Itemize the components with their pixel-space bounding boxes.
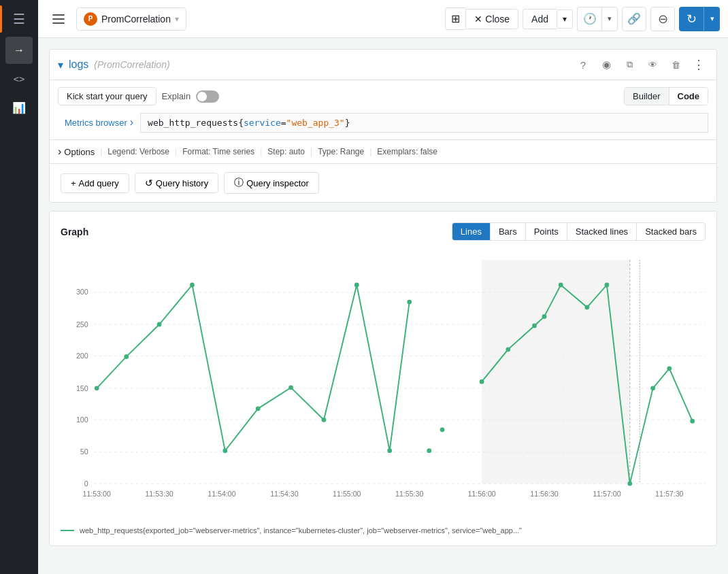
metrics-browser-label: Metrics browser — [65, 118, 127, 128]
svg-rect-0 — [52, 14, 65, 16]
svg-point-47 — [559, 283, 563, 288]
metrics-browser-arrow-icon: › — [130, 116, 133, 129]
svg-point-45 — [532, 324, 537, 328]
query-eq: = — [281, 118, 286, 128]
chart-area: .grid-line { stroke: #e8eaed; stroke-wid… — [61, 249, 706, 521]
inspector-icon: ⓘ — [234, 177, 244, 189]
options-divider-4: | — [310, 147, 312, 156]
svg-text:0: 0 — [84, 479, 88, 488]
sidebar-item-arrow[interactable]: → — [5, 37, 33, 64]
sidebar-item-chart[interactable]: 📊 — [5, 94, 33, 121]
add-query-icon: + — [71, 178, 76, 188]
link-button[interactable]: 🔗 — [622, 7, 646, 31]
refresh-button-group: ↻ ▾ — [679, 7, 720, 31]
more-button[interactable]: ⋮ — [689, 55, 708, 74]
zoom-out-button[interactable]: ⊖ — [650, 7, 675, 31]
eye-button[interactable]: ◉ — [597, 55, 616, 74]
options-divider-2: | — [175, 147, 177, 156]
svg-point-37 — [322, 418, 327, 422]
view-icon: 👁 — [648, 60, 657, 70]
code-tab[interactable]: Code — [669, 88, 708, 105]
svg-point-30 — [95, 386, 99, 390]
add-button[interactable]: Add — [523, 9, 557, 29]
datasource-name: PromCorrelation — [101, 14, 171, 24]
query-suffix: } — [345, 118, 350, 128]
graph-type-lines[interactable]: Lines — [452, 223, 491, 240]
query-inspector-button[interactable]: ⓘ Query inspector — [224, 172, 319, 194]
collapse-icon: ▾ — [58, 59, 63, 71]
options-divider-5: | — [369, 147, 371, 156]
query-display[interactable]: web_http_requests{service="web_app_3"} — [141, 113, 708, 133]
datasource-icon-letter: P — [88, 15, 93, 22]
topbar: P PromCorrelation ▾ ⊞ ✕ Close Add — [38, 0, 728, 38]
exemplars-option: Exemplars: false — [377, 147, 437, 156]
sidebar-toggle-icon[interactable] — [46, 7, 71, 31]
panel-collapse-button[interactable]: ▾ — [58, 58, 63, 71]
time-dropdown-button[interactable]: ▾ — [601, 7, 618, 31]
view-button[interactable]: 👁 — [643, 55, 662, 74]
svg-point-34 — [222, 448, 227, 453]
metrics-browser-button[interactable]: Metrics browser › — [58, 112, 141, 133]
query-inspector-label: Query inspector — [246, 178, 309, 188]
query-attr: service — [244, 118, 281, 128]
help-button[interactable]: ? — [574, 55, 593, 74]
svg-text:11:57:30: 11:57:30 — [655, 490, 683, 498]
svg-rect-2 — [52, 22, 65, 24]
topbar-right: ⊞ ✕ Close Add ▾ 🕐 ▾ — [445, 7, 720, 31]
svg-rect-1 — [52, 18, 65, 20]
svg-text:11:54:00: 11:54:00 — [208, 490, 235, 498]
add-label: Add — [531, 14, 548, 24]
sidebar-item-menu[interactable]: ☰ — [5, 5, 33, 33]
close-label: Close — [485, 14, 510, 24]
query-editor: Kick start your query Explain Builder Co… — [50, 80, 716, 140]
graph-type-stacked-lines[interactable]: Stacked lines — [567, 223, 637, 240]
explain-label: Explain — [162, 91, 191, 101]
code-icon: <> — [14, 73, 25, 84]
refresh-dropdown-icon: ▾ — [710, 14, 714, 23]
options-toggle[interactable]: › Options — [58, 146, 95, 158]
svg-text:200: 200 — [76, 352, 88, 360]
time-picker-button[interactable]: 🕐 — [577, 7, 601, 31]
query-history-label: Query history — [156, 178, 208, 188]
delete-button[interactable]: 🗑 — [666, 55, 685, 74]
query-history-button[interactable]: ↺ Query history — [135, 173, 218, 193]
add-query-button[interactable]: + Add query — [61, 173, 129, 193]
add-query-label: Add query — [79, 178, 119, 188]
svg-point-42 — [440, 427, 445, 432]
builder-tab[interactable]: Builder — [625, 88, 669, 105]
query-val: "web_app_3" — [286, 118, 345, 128]
metrics-row: Metrics browser › web_http_requests{serv… — [58, 112, 708, 133]
split-button[interactable]: ⊞ — [445, 7, 465, 30]
svg-point-38 — [354, 283, 359, 288]
close-x-icon: ✕ — [474, 14, 482, 24]
svg-point-33 — [190, 283, 195, 288]
menu-icon: ☰ — [13, 11, 25, 27]
split-button-group: ⊞ ✕ Close — [445, 7, 518, 30]
panel-title: logs — [69, 58, 88, 71]
eye-icon: ◉ — [602, 58, 611, 71]
svg-point-41 — [427, 448, 431, 453]
graph-panel: Graph Lines Bars Points Stacked lines St… — [49, 211, 717, 546]
close-button[interactable]: ✕ Close — [465, 9, 518, 29]
sidebar-item-code[interactable]: <> — [5, 65, 33, 92]
split-icon: ⊞ — [451, 12, 460, 25]
add-dropdown-button[interactable]: ▾ — [557, 10, 573, 29]
svg-point-52 — [667, 366, 672, 371]
graph-type-selector: Lines Bars Points Stacked lines Stacked … — [452, 222, 706, 241]
copy-button[interactable]: ⧉ — [620, 55, 639, 74]
refresh-dropdown-button[interactable]: ▾ — [704, 7, 720, 31]
graph-type-bars[interactable]: Bars — [491, 223, 526, 240]
kick-start-button[interactable]: Kick start your query — [58, 87, 156, 105]
graph-type-points[interactable]: Points — [526, 223, 567, 240]
explain-toggle[interactable] — [196, 90, 219, 103]
datasource-selector[interactable]: P PromCorrelation ▾ — [76, 7, 186, 31]
legend-label: web_http_requests{exported_job="webserve… — [80, 526, 522, 535]
sidebar: ☰ → <> 📊 — [0, 0, 38, 557]
history-icon: ↺ — [145, 178, 153, 188]
graph-type-stacked-bars[interactable]: Stacked bars — [637, 223, 705, 240]
svg-text:11:56:00: 11:56:00 — [467, 490, 495, 498]
add-button-group: Add ▾ — [523, 9, 573, 29]
refresh-button[interactable]: ↻ — [679, 7, 704, 31]
options-toggle-icon: › — [58, 146, 61, 158]
graph-header: Graph Lines Bars Points Stacked lines St… — [61, 222, 706, 241]
